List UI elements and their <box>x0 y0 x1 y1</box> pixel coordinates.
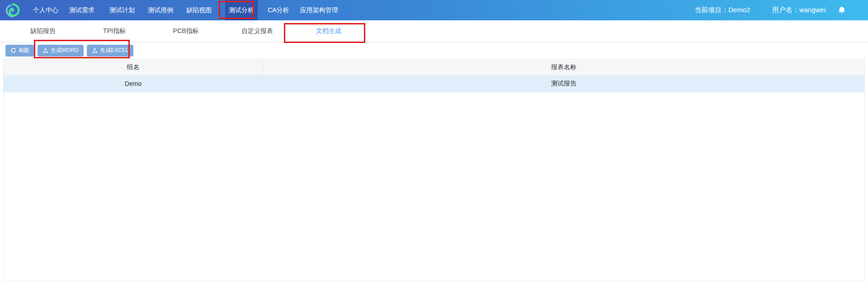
upload-icon <box>42 47 48 53</box>
navbar-right-group: 当前项目：Demo2 用户名：wangwei <box>694 0 845 20</box>
nav-item-personal-center[interactable]: 个人中心 <box>33 0 58 20</box>
refresh-button-label: 刷新 <box>19 47 29 54</box>
column-header-report-name: 报表名称 <box>263 59 864 75</box>
current-project-label: 当前项目：Demo2 <box>694 6 750 14</box>
top-navbar: 个人中心 测试需求 测试计划 测试用例 缺陷视图 测试分析 CA分析 应用架构管… <box>0 0 868 20</box>
generate-excel-button-label: 生成EXCEL <box>100 47 128 54</box>
main-nav: 个人中心 测试需求 测试计划 测试用例 缺陷视图 测试分析 CA分析 应用架构管… <box>0 0 338 20</box>
tab-tpi-metrics[interactable]: TPI指标 <box>79 20 150 42</box>
tab-doc-generation[interactable]: 文档生成 <box>293 20 364 42</box>
tab-pcb-metrics[interactable]: PCB指标 <box>150 20 222 42</box>
sub-tabbar: 缺陷报告 TPI指标 PCB指标 自定义报表 文档生成 <box>0 20 868 42</box>
nav-item-test-analysis[interactable]: 测试分析 <box>225 0 258 20</box>
username-label: 用户名：wangwei <box>772 6 826 14</box>
refresh-icon <box>10 47 16 53</box>
nav-item-test-case[interactable]: 测试用例 <box>148 0 173 20</box>
generate-excel-button[interactable]: 生成EXCEL <box>87 45 133 57</box>
table-row[interactable]: Demo 测试报告 <box>4 75 864 92</box>
tab-defect-report[interactable]: 缺陷报告 <box>7 20 79 42</box>
nav-item-app-architecture[interactable]: 应用架构管理 <box>300 0 338 20</box>
app-logo-icon[interactable] <box>4 1 22 19</box>
table-header-row: 组名 报表名称 <box>4 59 864 75</box>
column-header-group-name: 组名 <box>4 59 263 75</box>
refresh-button[interactable]: 刷新 <box>5 45 34 57</box>
report-table-panel: 组名 报表名称 Demo 测试报告 <box>3 59 865 281</box>
generate-word-button[interactable]: 生成WORD <box>38 45 84 57</box>
generate-word-button-label: 生成WORD <box>51 47 79 54</box>
cell-report-name: 测试报告 <box>263 75 864 92</box>
nav-item-defect-view[interactable]: 缺陷视图 <box>186 0 212 20</box>
swirl-logo-icon <box>4 2 21 19</box>
nav-item-ca-analysis[interactable]: CA分析 <box>268 0 289 20</box>
tab-custom-report[interactable]: 自定义报表 <box>222 20 293 42</box>
nav-item-test-requirements[interactable]: 测试需求 <box>69 0 94 20</box>
toolbar: 刷新 生成WORD 生成EXCEL <box>0 42 868 59</box>
cell-group-name: Demo <box>4 75 263 92</box>
upload-icon <box>92 47 98 53</box>
nav-item-test-plan[interactable]: 测试计划 <box>109 0 135 20</box>
notification-bell-icon[interactable] <box>838 6 845 14</box>
app-screen: 个人中心 测试需求 测试计划 测试用例 缺陷视图 测试分析 CA分析 应用架构管… <box>0 0 868 283</box>
